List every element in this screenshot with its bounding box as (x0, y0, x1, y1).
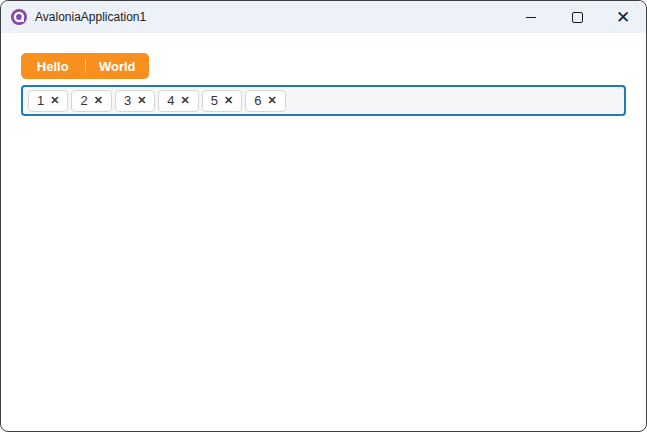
chip-value: 4 (167, 93, 174, 108)
close-icon: ✕ (616, 9, 630, 26)
chip: 2 ✕ (71, 90, 111, 112)
chip-input[interactable]: 1 ✕ 2 ✕ 3 ✕ 4 ✕ 5 ✕ 6 ✕ (21, 85, 626, 116)
content-area: Hello World 1 ✕ 2 ✕ 3 ✕ 4 ✕ (1, 33, 646, 136)
chip-value: 2 (80, 93, 87, 108)
title-bar[interactable]: AvaloniaApplication1 ✕ (1, 1, 646, 33)
window-title: AvaloniaApplication1 (35, 10, 146, 24)
chip-value: 5 (211, 93, 218, 108)
chip-remove-icon[interactable]: ✕ (268, 95, 277, 106)
tab-hello[interactable]: Hello (21, 53, 85, 79)
chip: 4 ✕ (158, 90, 198, 112)
maximize-icon (572, 12, 583, 23)
tab-world-label: World (99, 59, 136, 74)
chip: 6 ✕ (245, 90, 285, 112)
chip-remove-icon[interactable]: ✕ (50, 95, 59, 106)
chip: 5 ✕ (202, 90, 242, 112)
chip: 3 ✕ (115, 90, 155, 112)
close-button[interactable]: ✕ (600, 1, 646, 33)
chip-value: 3 (124, 93, 131, 108)
app-window: AvaloniaApplication1 ✕ Hello World (0, 0, 647, 432)
tab-world[interactable]: World (86, 53, 150, 79)
minimize-icon (526, 17, 536, 18)
chip: 1 ✕ (28, 90, 68, 112)
chip-value: 1 (37, 93, 44, 108)
minimize-button[interactable] (508, 1, 554, 33)
tab-strip: Hello World (21, 53, 149, 79)
chip-remove-icon[interactable]: ✕ (137, 95, 146, 106)
maximize-button[interactable] (554, 1, 600, 33)
chip-remove-icon[interactable]: ✕ (181, 95, 190, 106)
chip-remove-icon[interactable]: ✕ (224, 95, 233, 106)
tab-hello-label: Hello (37, 59, 69, 74)
caption-buttons: ✕ (508, 1, 646, 33)
chip-value: 6 (254, 93, 261, 108)
chip-remove-icon[interactable]: ✕ (94, 95, 103, 106)
avalonia-logo-icon (11, 9, 27, 25)
